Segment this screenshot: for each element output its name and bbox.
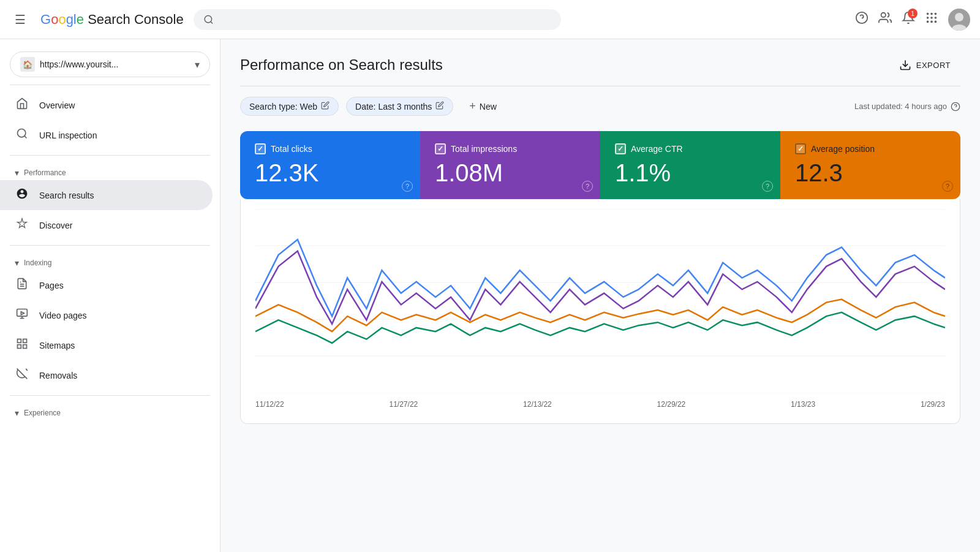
logo-area: Google Search Console [40,12,184,28]
sidebar-sitemaps-label: Sitemaps [39,341,75,350]
impressions-label: Total impressions [451,144,517,154]
ctr-checkbox[interactable] [615,143,626,154]
svg-point-15 [955,13,963,21]
sidebar-divider-3 [10,245,210,246]
sidebar-item-search-results[interactable]: Search results [0,180,213,210]
download-icon [899,59,911,71]
main-layout: 🏠 https://www.yoursit... ▾ Overview URL … [0,39,980,552]
export-button[interactable]: EXPORT [889,54,960,76]
svg-marker-24 [21,312,24,315]
app-name-label: Search Console [88,12,184,27]
sidebar-item-url-inspection[interactable]: URL inspection [0,120,213,150]
sidebar-section-indexing[interactable]: ▾ Indexing [0,251,220,270]
new-filter-button[interactable]: + New [461,96,505,116]
impressions-label-row: Total impressions [435,143,586,154]
svg-rect-30 [18,345,21,349]
notification-badge: 1 [908,9,918,18]
svg-point-8 [927,17,929,19]
sidebar-item-overview[interactable]: Overview [0,90,213,120]
new-label: New [480,102,497,112]
grid-icon[interactable] [925,11,938,28]
performance-chevron-icon: ▾ [15,168,19,178]
sidebar-indexing-label: Indexing [24,259,51,267]
search-results-icon [15,187,29,203]
sidebar-section-performance[interactable]: ▾ Performance [0,161,220,180]
people-icon[interactable] [878,11,892,28]
clicks-help-icon[interactable]: ? [402,181,413,192]
sidebar-discover-label: Discover [39,221,72,230]
sidebar-item-discover[interactable]: Discover [0,210,213,240]
metric-card-ctr[interactable]: Average CTR 1.1% ? [600,131,780,199]
site-dropdown-icon: ▾ [195,59,200,70]
ctr-label-row: Average CTR [615,143,766,154]
svg-rect-27 [18,339,21,343]
x-label-2: 11/27/22 [390,400,418,409]
x-label-5: 1/13/23 [791,400,815,409]
svg-point-6 [930,13,933,15]
search-icon [203,14,214,25]
date-label: Date: Last 3 months [355,102,432,112]
svg-point-5 [927,13,929,15]
metric-card-clicks[interactable]: Total clicks 12.3K ? [240,131,420,199]
metric-card-position[interactable]: Average position 12.3 ? [780,131,960,199]
clicks-checkbox[interactable] [255,143,266,154]
impressions-help-icon[interactable]: ? [582,181,593,192]
position-help-icon[interactable]: ? [942,181,953,192]
sidebar-item-removals[interactable]: Removals [0,360,213,390]
position-label: Average position [811,144,875,154]
notifications-icon[interactable]: 1 [902,11,915,28]
impressions-checkbox[interactable] [435,143,446,154]
url-inspection-icon [15,127,29,143]
ctr-help-icon[interactable]: ? [762,181,773,192]
edit-search-type-icon [321,101,330,112]
search-type-filter[interactable]: Search type: Web [240,97,339,116]
date-filter[interactable]: Date: Last 3 months [346,97,453,116]
clicks-label: Total clicks [271,144,312,154]
sidebar-item-video-pages[interactable]: Video pages [0,300,213,330]
sidebar-experience-label: Experience [24,409,61,417]
sidebar: 🏠 https://www.yoursit... ▾ Overview URL … [0,39,221,552]
help-icon[interactable] [855,11,869,28]
svg-point-7 [935,13,937,15]
indexing-chevron-icon: ▾ [15,258,19,268]
main-content: Performance on Search results EXPORT Sea… [221,39,980,552]
sidebar-item-pages[interactable]: Pages [0,270,213,300]
svg-point-11 [927,21,929,23]
metric-card-impressions[interactable]: Total impressions 1.08M ? [420,131,600,199]
impressions-value: 1.08M [435,159,586,187]
sidebar-divider-4 [10,395,210,396]
sidebar-item-sitemaps[interactable]: Sitemaps [0,330,213,360]
removals-icon [15,368,29,383]
google-logo: Google [40,12,84,28]
export-label: EXPORT [916,61,951,70]
svg-point-4 [881,13,886,17]
discover-icon [15,217,29,233]
sidebar-overview-label: Overview [39,100,75,110]
clicks-value: 12.3K [255,159,405,187]
topbar-actions: 1 [855,9,970,31]
svg-point-0 [205,15,211,22]
site-favicon: 🏠 [20,57,35,72]
sidebar-divider-1 [10,85,210,85]
svg-point-10 [935,17,937,19]
performance-chart [255,209,945,393]
svg-rect-29 [23,345,27,349]
sidebar-video-pages-label: Video pages [39,311,87,320]
position-checkbox[interactable] [795,143,806,154]
sidebar-performance-label: Performance [24,168,66,177]
site-selector[interactable]: 🏠 https://www.yoursit... ▾ [10,51,210,77]
last-updated-help-icon[interactable] [951,102,960,112]
sidebar-section-experience[interactable]: ▾ Experience [0,401,220,420]
metric-cards: Total clicks 12.3K ? Total impressions 1… [240,131,960,199]
svg-point-12 [930,21,933,23]
experience-chevron-icon: ▾ [15,408,19,418]
avatar[interactable] [948,9,970,31]
menu-hamburger-icon[interactable]: ☰ [10,7,31,32]
x-label-4: 12/29/22 [657,400,686,409]
global-search-bar[interactable] [194,9,561,30]
search-input[interactable] [219,14,551,25]
pages-icon [15,278,29,293]
site-url-label: https://www.yoursit... [40,59,190,69]
chart-container: 11/12/22 11/27/22 12/13/22 12/29/22 1/13… [240,199,960,424]
topbar: ☰ Google Search Console [0,0,980,39]
